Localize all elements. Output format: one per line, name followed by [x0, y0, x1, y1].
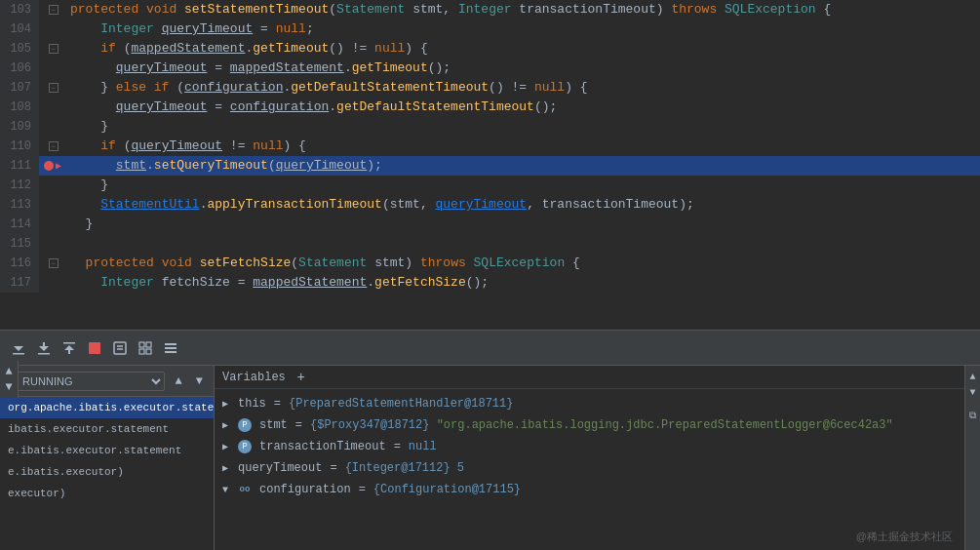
- gutter-106: [39, 59, 66, 78]
- code-line-108: 108 queryTimeout = configuration.getDefa…: [0, 98, 980, 117]
- line-number-105: 105: [0, 39, 39, 59]
- add-watch-btn[interactable]: +: [294, 370, 309, 385]
- line-number-107: 107: [0, 78, 39, 98]
- expand-this[interactable]: [222, 398, 234, 410]
- code-content-108: queryTimeout = configuration.getDefaultS…: [66, 98, 980, 117]
- line-number-117: 117: [0, 273, 39, 293]
- stack-down-btn[interactable]: ▼: [193, 373, 206, 390]
- watermark: @稀土掘金技术社区: [856, 530, 953, 544]
- debug-toolbar: [0, 330, 980, 365]
- code-editor: 103 − protected void setStatementTimeout…: [0, 0, 980, 330]
- gutter-115: [39, 234, 66, 254]
- breakpoint-111[interactable]: [44, 161, 54, 171]
- svg-rect-9: [139, 349, 144, 354]
- gutter-108: [39, 98, 66, 117]
- fold-icon-105[interactable]: −: [49, 44, 59, 54]
- code-content-116: protected void setFetchSize(Statement st…: [66, 254, 980, 273]
- stack-frame-3[interactable]: e.ibatis.executor): [0, 461, 214, 483]
- var-indent-transactionTimeout: P transactionTimeout = null: [222, 440, 437, 453]
- code-line-111: 111 ▶ stmt.setQueryTimeout(queryTimeout)…: [0, 156, 980, 176]
- code-content-115: [66, 234, 980, 254]
- expand-queryTimeout[interactable]: [222, 462, 234, 474]
- variables-title: Variables: [222, 371, 286, 384]
- stack-frame-panel: : RUNNING ▲ ▼ org.apache.ibatis.executor…: [0, 366, 215, 550]
- fold-icon-107[interactable]: −: [49, 83, 59, 93]
- code-line-117: 117 Integer fetchSize = mappedStatement.…: [0, 273, 980, 293]
- var-item-transactionTimeout[interactable]: P transactionTimeout = null: [215, 436, 964, 457]
- thread-select[interactable]: : RUNNING: [8, 372, 165, 391]
- panel-nav-down[interactable]: ▼: [966, 385, 980, 399]
- var-item-configuration[interactable]: oo configuration = {Configuration@17115}: [215, 479, 964, 500]
- gutter-112: [39, 176, 66, 195]
- code-content-105: if (mappedStatement.getTimeout() != null…: [66, 39, 980, 59]
- expand-transactionTimeout[interactable]: [222, 441, 234, 452]
- line-number-116: 116: [0, 254, 39, 273]
- variables-panel: Variables + this = {PreparedStatementHan…: [215, 366, 964, 550]
- panel-nav-up[interactable]: ▲: [966, 370, 980, 383]
- gutter-117: [39, 273, 66, 293]
- gutter-109: [39, 117, 66, 137]
- stack-frame-0[interactable]: org.apache.ibatis.executor.statement: [0, 397, 214, 418]
- code-content-112: }: [66, 176, 980, 195]
- stack-frame-2[interactable]: e.ibatis.executor.statement: [0, 440, 214, 461]
- code-content-117: Integer fetchSize = mappedStatement.getF…: [66, 273, 980, 293]
- svg-rect-2: [63, 342, 75, 344]
- gutter-107: −: [39, 78, 66, 98]
- line-number-112: 112: [0, 176, 39, 195]
- upload-btn[interactable]: [59, 337, 80, 359]
- code-line-105: 105 − if (mappedStatement.getTimeout() !…: [0, 39, 980, 59]
- fold-icon-116[interactable]: −: [49, 258, 59, 268]
- stack-frame-1[interactable]: ibatis.executor.statement: [0, 418, 214, 440]
- download-btn[interactable]: [8, 337, 29, 359]
- panel-copy-btn[interactable]: ⧉: [966, 409, 980, 422]
- gutter-103: −: [39, 0, 66, 20]
- download2-btn[interactable]: [33, 337, 55, 359]
- var-item-this[interactable]: this = {PreparedStatementHandler@18711}: [215, 393, 964, 414]
- stack-frame-4[interactable]: executor): [0, 483, 214, 504]
- var-item-queryTimeout[interactable]: queryTimeout = {Integer@17112} 5: [215, 457, 964, 479]
- var-indent-queryTimeout: queryTimeout = {Integer@17112} 5: [222, 461, 464, 475]
- gutter-113: [39, 195, 66, 215]
- filter-btn[interactable]: [109, 337, 131, 359]
- stack-up-btn[interactable]: ▲: [173, 373, 185, 390]
- var-item-stmt[interactable]: P stmt = {$Proxy347@18712} "org.apache.i…: [215, 414, 964, 436]
- fold-icon-110[interactable]: −: [49, 141, 59, 151]
- svg-rect-12: [165, 347, 176, 349]
- code-content-113: StatementUtil.applyTransactionTimeout(st…: [66, 195, 980, 215]
- code-line-106: 106 queryTimeout = mappedStatement.getTi…: [0, 59, 980, 78]
- line-number-106: 106: [0, 59, 39, 78]
- expand-stmt[interactable]: [222, 419, 234, 431]
- fold-icon-103[interactable]: −: [49, 5, 59, 15]
- code-line-109: 109 }: [0, 117, 980, 137]
- code-content-106: queryTimeout = mappedStatement.getTimeou…: [66, 59, 980, 78]
- oo-badge-config: oo: [238, 483, 252, 496]
- variables-header: Variables +: [215, 366, 964, 389]
- line-number-109: 109: [0, 117, 39, 137]
- proxy-badge-stmt: P: [238, 418, 252, 432]
- list-btn[interactable]: [160, 337, 181, 359]
- expand-configuration[interactable]: [222, 485, 234, 495]
- grid-btn[interactable]: [135, 337, 156, 359]
- line-number-103: 103: [0, 0, 39, 20]
- code-line-112: 112 }: [0, 176, 980, 195]
- nav-down-btn[interactable]: ▼: [2, 380, 16, 394]
- line-number-110: 110: [0, 137, 39, 156]
- stack-header: : RUNNING ▲ ▼: [0, 366, 214, 397]
- code-line-104: 104 Integer queryTimeout = null;: [0, 20, 980, 39]
- line-number-113: 113: [0, 195, 39, 215]
- svg-rect-0: [13, 353, 24, 355]
- code-line-114: 114 }: [0, 215, 980, 234]
- gutter-116: −: [39, 254, 66, 273]
- svg-rect-10: [146, 349, 151, 354]
- code-content-104: Integer queryTimeout = null;: [66, 20, 980, 39]
- gutter-111: ▶: [39, 156, 66, 176]
- code-line-107: 107 − } else if (configuration.getDefaul…: [0, 78, 980, 98]
- code-content-107: } else if (configuration.getDefaultState…: [66, 78, 980, 98]
- code-line-113: 113 StatementUtil.applyTransactionTimeou…: [0, 195, 980, 215]
- stop-btn[interactable]: [84, 337, 105, 359]
- nav-up-btn[interactable]: ▲: [2, 366, 16, 378]
- code-line-116: 116 − protected void setFetchSize(Statem…: [0, 254, 980, 273]
- gutter-104: [39, 20, 66, 39]
- line-number-114: 114: [0, 215, 39, 234]
- var-indent-configuration: oo configuration = {Configuration@17115}: [222, 483, 521, 496]
